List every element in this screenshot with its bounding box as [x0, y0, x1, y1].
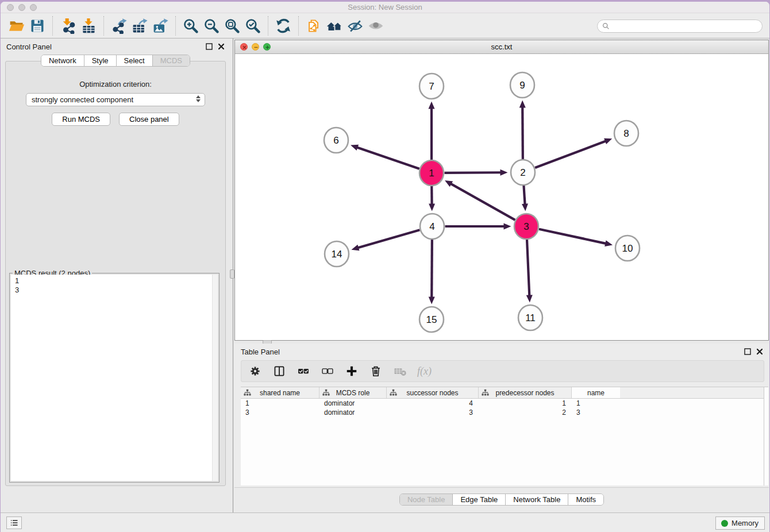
table-tab-network-table[interactable]: Network Table — [505, 494, 568, 505]
task-history-button[interactable] — [6, 516, 22, 529]
run-mcds-button[interactable]: Run MCDS — [52, 113, 110, 126]
search-input[interactable] — [612, 22, 762, 30]
column-header-shared-name[interactable]: shared name — [241, 387, 319, 398]
select-all-rows-icon — [297, 365, 310, 377]
memory-label: Memory — [732, 519, 759, 527]
table-cell: 3 — [387, 408, 479, 417]
table-panel: Table Panel f(x) shared nameMCDS rolesuc… — [234, 344, 769, 512]
add-column-button[interactable] — [345, 364, 359, 378]
control-panel-float-button[interactable] — [206, 43, 213, 50]
table-scrollbar[interactable] — [764, 387, 768, 485]
save-session-button[interactable] — [27, 16, 48, 36]
panel-splitter-grip[interactable] — [230, 269, 234, 279]
show-all-icon — [368, 18, 384, 34]
column-header-predecessor-nodes[interactable]: predecessor nodes — [479, 387, 572, 398]
edge-1-6[interactable] — [356, 147, 419, 169]
edge-arrowhead — [526, 295, 533, 302]
mcds-result-scrollbar[interactable] — [212, 275, 218, 481]
edge-arrowhead — [351, 245, 359, 251]
graph-node-15[interactable]: 15 — [419, 307, 444, 332]
hide-selected-button[interactable] — [345, 16, 365, 36]
split-columns-button[interactable] — [272, 364, 286, 378]
table-row[interactable]: 3dominator323 — [241, 408, 768, 417]
table-cell-empty — [620, 399, 768, 408]
tab-network[interactable]: Network — [41, 55, 84, 66]
table-cell: 1 — [479, 399, 572, 408]
graph-node-4[interactable]: 4 — [420, 214, 444, 239]
graph-node-6[interactable]: 6 — [324, 128, 348, 153]
table-panel-header: Table Panel — [234, 344, 769, 360]
table-panel-float-button[interactable] — [744, 348, 751, 355]
criterion-dropdown[interactable]: strongly connected component — [26, 93, 205, 106]
column-header-name[interactable]: name — [572, 387, 620, 398]
show-all-button[interactable] — [365, 16, 386, 36]
open-session-button[interactable] — [6, 16, 27, 36]
control-panel-close-button[interactable] — [218, 43, 225, 50]
node-label: 15 — [426, 314, 437, 325]
select-all-rows-button[interactable] — [297, 364, 310, 378]
graph-node-3[interactable]: 3 — [514, 214, 538, 239]
edge-4-14[interactable] — [357, 230, 419, 248]
delete-table-button[interactable] — [393, 364, 407, 378]
mcds-result-text[interactable]: 1 3 — [11, 275, 218, 481]
graph-node-2[interactable]: 2 — [511, 160, 535, 185]
export-image-button[interactable] — [150, 16, 171, 36]
new-network-from-selection-button[interactable] — [303, 16, 324, 36]
import-table-button[interactable] — [78, 16, 99, 36]
table-cell-empty — [620, 408, 768, 417]
refresh-button[interactable] — [273, 16, 294, 36]
memory-button[interactable]: Memory — [715, 516, 765, 530]
column-header-mcds-role[interactable]: MCDS role — [319, 387, 387, 398]
zoom-in-button[interactable] — [180, 16, 201, 36]
edge-3-11[interactable] — [527, 239, 529, 296]
control-panel: Control Panel NetworkStyleSelectMCDS Opt… — [1, 38, 230, 512]
import-network-button[interactable] — [57, 16, 78, 36]
edge-2-9[interactable] — [522, 106, 523, 159]
attribute-icon — [322, 389, 330, 396]
graph-node-9[interactable]: 9 — [510, 72, 534, 98]
refresh-icon — [275, 18, 291, 34]
graph-node-1[interactable]: 1 — [419, 160, 444, 186]
edge-4-15[interactable] — [432, 239, 432, 298]
graph-node-7[interactable]: 7 — [419, 74, 444, 99]
home-icon — [326, 18, 342, 34]
edge-arrowhead — [519, 100, 526, 107]
table-tab-motifs[interactable]: Motifs — [568, 494, 603, 505]
network-graph[interactable]: 1234678910111415 — [235, 54, 768, 340]
home-button[interactable] — [324, 16, 345, 36]
tab-style[interactable]: Style — [84, 55, 116, 66]
edge-3-10[interactable] — [539, 229, 606, 244]
table-panel-close-button[interactable] — [756, 348, 763, 355]
close-panel-button[interactable]: Close panel — [119, 113, 179, 126]
edge-arrowhead — [429, 203, 435, 211]
network-window-title: scc.txt — [235, 43, 768, 51]
table-tab-edge-table[interactable]: Edge Table — [452, 494, 505, 505]
gear-button[interactable] — [248, 364, 262, 378]
search-field[interactable] — [597, 20, 763, 33]
graph-node-8[interactable]: 8 — [614, 121, 638, 146]
function-builder-button[interactable]: f(x) — [417, 365, 432, 377]
edge-3-1[interactable] — [451, 183, 515, 220]
zoom-selected-button[interactable] — [242, 16, 263, 36]
edge-1-2[interactable] — [444, 172, 501, 173]
edge-2-8[interactable] — [535, 141, 606, 168]
deselect-all-rows-button[interactable] — [321, 364, 334, 378]
delete-column-button[interactable] — [369, 364, 383, 378]
graph-node-14[interactable]: 14 — [325, 241, 349, 267]
graph-node-10[interactable]: 10 — [615, 236, 640, 261]
edge-2-3[interactable] — [523, 185, 525, 205]
tab-select[interactable]: Select — [116, 55, 152, 66]
export-table-button[interactable] — [129, 16, 150, 36]
table-row[interactable]: 1dominator411 — [241, 399, 768, 408]
zoom-out-button[interactable] — [201, 16, 222, 36]
table-tab-node-table[interactable]: Node Table — [400, 494, 453, 505]
attribute-icon — [390, 389, 397, 396]
graph-node-11[interactable]: 11 — [518, 305, 542, 330]
tab-mcds[interactable]: MCDS — [152, 55, 190, 66]
table-cell: 3 — [241, 408, 319, 417]
export-network-button[interactable] — [109, 16, 129, 36]
network-canvas[interactable]: 1234678910111415 — [235, 54, 768, 340]
table-body: 1dominator4113dominator323 — [241, 399, 768, 417]
column-header-successor-nodes[interactable]: successor nodes — [387, 387, 479, 398]
zoom-fit-button[interactable] — [222, 16, 242, 36]
